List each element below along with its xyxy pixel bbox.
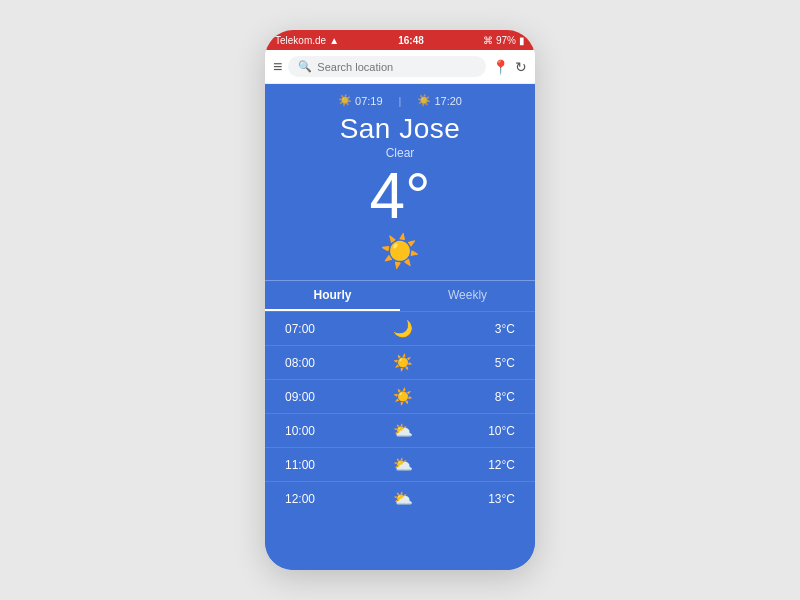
sunset-icon: ☀️ [417,94,431,107]
wifi-icon: ▲ [329,35,339,46]
refresh-icon[interactable]: ↻ [515,59,527,75]
search-icon: 🔍 [298,60,312,73]
hourly-icon: ⛅ [388,421,418,440]
hourly-list: 07:00 🌙 3°C 08:00 ☀️ 5°C 09:00 ☀️ 8°C 10… [265,311,535,570]
time-divider: | [399,94,402,107]
weather-icon-main: ☀️ [380,232,420,270]
location-pin-icon[interactable]: 📍 [492,59,509,75]
sunrise-icon: ☀️ [338,94,352,107]
hourly-time: 12:00 [285,492,325,506]
hourly-icon: ☀️ [388,387,418,406]
current-temperature: 4° [369,164,430,228]
hourly-temp: 10°C [480,424,515,438]
hourly-row-item: 08:00 ☀️ 5°C [265,345,535,379]
sunrise-time: 07:19 [355,95,383,107]
hourly-row-item: 12:00 ⛅ 13°C [265,481,535,515]
status-left: Telekom.de ▲ [275,35,339,46]
hourly-row-item: 10:00 ⛅ 10°C [265,413,535,447]
sunrise-sunset-row: ☀️ 07:19 | ☀️ 17:20 [338,94,462,107]
battery-text: 97% [496,35,516,46]
search-bar-row: ≡ 🔍 📍 ↻ [265,50,535,84]
bt-icon: ⌘ [483,35,493,46]
hourly-time: 08:00 [285,356,325,370]
search-input-wrapper[interactable]: 🔍 [288,56,486,77]
hourly-time: 07:00 [285,322,325,336]
hourly-row-item: 11:00 ⛅ 12°C [265,447,535,481]
hourly-time: 09:00 [285,390,325,404]
hourly-row-item: 07:00 🌙 3°C [265,311,535,345]
sunset-time: 17:20 [434,95,462,107]
phone-shell: Telekom.de ▲ 16:48 ⌘ 97% ▮ ≡ 🔍 📍 ↻ ☀️ 07… [265,30,535,570]
hourly-row-item: 09:00 ☀️ 8°C [265,379,535,413]
weather-condition: Clear [386,146,415,160]
hourly-icon: 🌙 [388,319,418,338]
carrier-text: Telekom.de [275,35,326,46]
hourly-temp: 13°C [480,492,515,506]
weather-main: ☀️ 07:19 | ☀️ 17:20 San Jose Clear 4° ☀️… [265,84,535,570]
battery-icon: ▮ [519,35,525,46]
sunset-info: ☀️ 17:20 [417,94,462,107]
sunrise-info: ☀️ 07:19 [338,94,383,107]
search-input[interactable] [317,61,476,73]
tab-hourly[interactable]: Hourly [265,281,400,311]
hourly-temp: 5°C [480,356,515,370]
hourly-time: 10:00 [285,424,325,438]
forecast-tabs: Hourly Weekly [265,280,535,311]
hourly-icon: ⛅ [388,455,418,474]
hourly-temp: 12°C [480,458,515,472]
hourly-icon: ☀️ [388,353,418,372]
hourly-time: 11:00 [285,458,325,472]
hourly-icon: ⛅ [388,489,418,508]
hourly-temp: 8°C [480,390,515,404]
tab-weekly[interactable]: Weekly [400,281,535,311]
status-bar: Telekom.de ▲ 16:48 ⌘ 97% ▮ [265,30,535,50]
hourly-temp: 3°C [480,322,515,336]
status-right: ⌘ 97% ▮ [483,35,525,46]
city-name: San Jose [340,113,461,145]
status-time: 16:48 [398,35,424,46]
hamburger-icon[interactable]: ≡ [273,58,282,76]
